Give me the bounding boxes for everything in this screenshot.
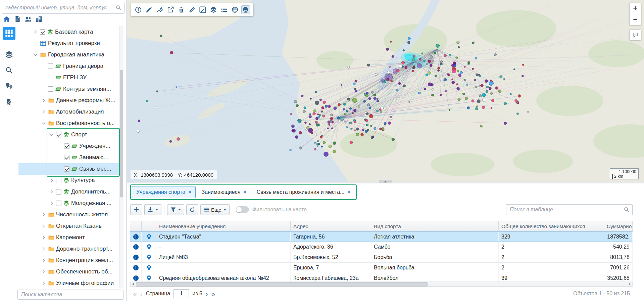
tab-1[interactable]: Учреждения спорта× <box>132 186 196 198</box>
table-search-input[interactable] <box>506 204 633 215</box>
tree-item-6[interactable]: Данные реформы Ж... <box>18 95 119 106</box>
attributes-list-button[interactable] <box>220 5 229 14</box>
row-locate-cell[interactable] <box>142 252 156 262</box>
print-button[interactable] <box>241 5 250 14</box>
rail-item-catalog[interactable] <box>3 27 15 40</box>
layer-checkbox[interactable] <box>64 143 69 149</box>
close-icon[interactable]: × <box>347 189 350 195</box>
info-button[interactable] <box>134 5 143 14</box>
rail-item-markers[interactable] <box>3 80 15 93</box>
scroll-left-arrow[interactable] <box>131 282 136 286</box>
tree-item-1[interactable]: Результат проверки <box>18 38 119 49</box>
expander-icon[interactable] <box>49 132 54 137</box>
tree-item-13[interactable]: Культура <box>18 175 119 186</box>
tree-item-18[interactable]: Капремонт <box>18 232 119 243</box>
layer-checkbox[interactable] <box>56 132 61 137</box>
legend-button[interactable] <box>629 30 641 40</box>
pin-icon[interactable] <box>146 254 152 260</box>
info-icon[interactable] <box>133 265 139 271</box>
tree-item-14[interactable]: Дополнитель... <box>18 186 119 198</box>
tree-scrollbar[interactable] <box>119 26 123 288</box>
address-search-input[interactable] <box>2 2 125 14</box>
tree-item-22[interactable]: Уличные фотографии <box>18 277 119 288</box>
filter-button[interactable] <box>167 204 184 215</box>
expander-icon[interactable] <box>41 223 46 229</box>
expander-icon[interactable] <box>49 189 54 195</box>
column-header-6[interactable]: Суммарное <box>604 221 633 231</box>
tree-item-12[interactable]: Связь мес... <box>18 163 119 175</box>
tree-item-3[interactable]: Границы двора <box>18 60 119 72</box>
info-icon[interactable] <box>133 234 139 240</box>
tree-item-20[interactable]: Концентрация земл... <box>18 255 119 266</box>
tree-item-5[interactable]: Контуры землян... <box>18 83 119 95</box>
map-canvas[interactable] <box>127 0 644 182</box>
expander-icon[interactable] <box>41 109 46 115</box>
expander-icon[interactable] <box>41 246 46 252</box>
page-number-input[interactable] <box>174 289 189 298</box>
column-header-2[interactable]: Наименование учреждения <box>156 221 291 231</box>
expander-icon[interactable] <box>41 121 46 126</box>
layer-checkbox[interactable] <box>48 86 53 92</box>
table-row[interactable]: -Адоратского, 36Самбо2540,29 <box>130 242 633 252</box>
info-icon[interactable] <box>133 244 139 250</box>
rail-item-layers[interactable] <box>3 48 15 61</box>
column-header-4[interactable]: Вид спорта <box>371 221 499 231</box>
table-row[interactable]: -Ершова, 7Вольная борьба27091,26 <box>130 263 633 273</box>
pin-icon[interactable] <box>146 265 152 271</box>
row-locate-cell[interactable] <box>142 273 156 282</box>
row-locate-cell[interactable] <box>142 232 156 242</box>
expander-icon[interactable] <box>41 98 46 103</box>
layer-checkbox[interactable] <box>56 178 61 183</box>
pin-icon[interactable] <box>146 275 152 281</box>
layer-checkbox[interactable] <box>40 29 45 35</box>
more-button[interactable]: Еще <box>200 204 230 215</box>
info-icon[interactable] <box>133 275 139 281</box>
export-button[interactable] <box>144 204 161 215</box>
row-locate-cell[interactable] <box>142 242 156 252</box>
filter-on-map-toggle[interactable] <box>236 206 249 213</box>
expander-icon[interactable] <box>41 212 46 217</box>
layers-button[interactable] <box>209 5 218 14</box>
tree-item-10[interactable]: Учрежден... <box>18 140 119 152</box>
refresh-button[interactable] <box>186 204 198 215</box>
tab-3[interactable]: Связь места проживания и места...× <box>252 186 355 198</box>
expander-icon[interactable] <box>33 29 38 35</box>
globe-button[interactable] <box>231 5 239 14</box>
add-button[interactable] <box>130 204 142 215</box>
layer-checkbox[interactable] <box>56 201 61 206</box>
edit-geometry-button[interactable] <box>155 5 164 14</box>
table-row[interactable]: Стадион "Тасма"Гагарина, 56Легкая атлети… <box>130 231 633 242</box>
expander-icon[interactable] <box>49 178 54 183</box>
tree-item-16[interactable]: Численность жител... <box>18 209 119 220</box>
expander-icon[interactable] <box>41 258 46 263</box>
map-view[interactable]: + − X: 1300603.9998 Y: 464120.0000 1:100… <box>127 0 644 182</box>
table-hscrollbar[interactable] <box>130 282 633 287</box>
close-icon[interactable]: × <box>243 189 246 195</box>
column-header-1[interactable] <box>142 221 156 231</box>
prev-page-button[interactable]: ‹ <box>140 290 143 297</box>
row-info-cell[interactable] <box>130 242 142 252</box>
scroll-right-arrow[interactable] <box>627 282 632 286</box>
tree-item-0[interactable]: Базовая карта <box>18 26 119 38</box>
last-page-button[interactable]: » <box>211 290 215 297</box>
tab-2[interactable]: Занимающиеся× <box>197 186 251 198</box>
column-header-0[interactable] <box>130 221 142 231</box>
delete-button[interactable] <box>177 5 186 14</box>
info-icon[interactable] <box>133 254 139 260</box>
layer-checkbox[interactable] <box>48 63 53 69</box>
tree-item-8[interactable]: Востребованность о... <box>18 118 119 129</box>
select-area-button[interactable] <box>198 5 207 14</box>
expander-icon[interactable] <box>41 269 46 274</box>
row-info-cell[interactable] <box>130 263 142 273</box>
next-page-button[interactable]: › <box>206 290 208 297</box>
tree-item-15[interactable]: Молодежная ... <box>18 198 119 209</box>
pin-icon[interactable] <box>146 244 152 250</box>
expander-icon[interactable] <box>41 235 46 240</box>
expander-icon[interactable] <box>33 52 38 57</box>
first-page-button[interactable]: « <box>133 290 137 297</box>
zoom-in-button[interactable]: + <box>630 3 641 14</box>
edit-button[interactable] <box>145 5 153 14</box>
tree-item-21[interactable]: Обеспеченность об... <box>18 266 119 277</box>
close-icon[interactable]: × <box>188 189 191 195</box>
expander-icon[interactable] <box>49 201 54 206</box>
